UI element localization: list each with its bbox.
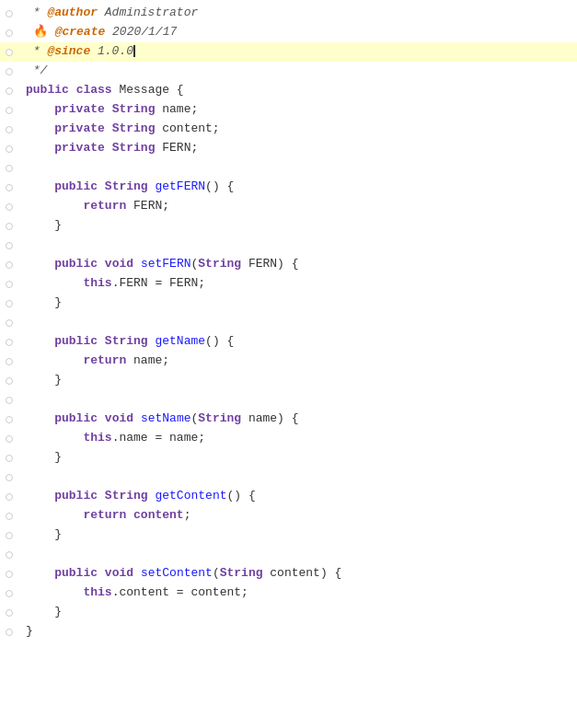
code-line-highlighted: * @since 1.0.0 <box>0 42 577 62</box>
gutter <box>0 474 18 481</box>
line-content <box>18 468 577 487</box>
code-line <box>0 313 577 332</box>
gutter <box>0 590 18 597</box>
gutter <box>0 319 18 327</box>
code-line: private String name; <box>0 100 577 120</box>
line-content: } <box>18 371 577 390</box>
gutter <box>0 532 18 539</box>
gutter <box>0 184 18 191</box>
line-content: public class Message { <box>18 81 577 100</box>
code-line <box>0 236 577 255</box>
line-content: * @author Administrator <box>18 4 577 23</box>
code-line <box>0 468 577 487</box>
code-line: */ <box>0 62 577 81</box>
code-line: } <box>0 603 577 622</box>
line-content: 🔥 @create 2020/1/17 <box>18 23 577 42</box>
code-line: public void setFERN(String FERN) { <box>0 255 577 274</box>
line-content: public String getContent() { <box>18 487 577 506</box>
line-content: return FERN; <box>18 197 577 216</box>
gutter <box>0 629 18 636</box>
code-line: return FERN; <box>0 197 577 216</box>
line-content: private String name; <box>18 100 577 120</box>
code-line: public void setContent(String content) { <box>0 564 577 584</box>
code-line: } <box>0 622 577 641</box>
gutter <box>0 29 18 37</box>
code-line <box>0 390 577 410</box>
gutter <box>0 571 18 578</box>
code-line: public void setName(String name) { <box>0 410 577 429</box>
code-line: 🔥 @create 2020/1/17 <box>0 23 577 42</box>
gutter <box>0 165 18 172</box>
line-content: private String content; <box>18 120 577 139</box>
gutter <box>0 377 18 385</box>
line-content: } <box>18 448 577 468</box>
code-line: public String getName() { <box>0 332 577 352</box>
gutter <box>0 68 18 75</box>
line-content: } <box>18 603 577 622</box>
gutter <box>0 145 18 153</box>
gutter <box>0 493 18 501</box>
line-content: } <box>18 526 577 545</box>
gutter <box>0 339 18 346</box>
line-content: public String getFERN() { <box>18 178 577 197</box>
line-content: public void setName(String name) { <box>18 410 577 429</box>
gutter <box>0 87 18 95</box>
gutter <box>0 358 18 365</box>
line-content: } <box>18 216 577 236</box>
gutter <box>0 609 18 617</box>
gutter <box>0 10 18 17</box>
gutter <box>0 551 18 559</box>
line-content: public String getName() { <box>18 332 577 352</box>
code-line: } <box>0 216 577 236</box>
code-line: private String FERN; <box>0 139 577 158</box>
code-line: this.FERN = FERN; <box>0 274 577 294</box>
code-line: public String getFERN() { <box>0 178 577 197</box>
code-line: public String getContent() { <box>0 487 577 506</box>
line-content: public void setContent(String content) { <box>18 564 577 584</box>
code-line-this-name: this.name = name; <box>0 429 577 448</box>
line-content: return name; <box>18 352 577 371</box>
code-line: } <box>0 448 577 468</box>
gutter <box>0 435 18 443</box>
line-content: } <box>18 294 577 313</box>
code-line: } <box>0 294 577 313</box>
gutter <box>0 513 18 520</box>
line-content <box>18 158 577 178</box>
gutter <box>0 242 18 249</box>
line-content: return content; <box>18 506 577 526</box>
line-content: this.content = content; <box>18 584 577 603</box>
line-content: public void setFERN(String FERN) { <box>18 255 577 274</box>
line-content: * @since 1.0.0 <box>18 42 577 62</box>
code-line: return content; <box>0 506 577 526</box>
gutter <box>0 107 18 114</box>
code-line: } <box>0 371 577 390</box>
code-line: } <box>0 526 577 545</box>
gutter <box>0 223 18 230</box>
code-line <box>0 158 577 178</box>
line-content: this.FERN = FERN; <box>18 274 577 294</box>
line-content <box>18 236 577 255</box>
code-line <box>0 545 577 564</box>
line-content <box>18 545 577 564</box>
gutter <box>0 455 18 462</box>
gutter <box>0 300 18 307</box>
gutter <box>0 416 18 423</box>
line-content: } <box>18 622 577 641</box>
code-line: return name; <box>0 352 577 371</box>
code-line: * @author Administrator <box>0 4 577 23</box>
gutter <box>0 261 18 269</box>
code-line: public class Message { <box>0 81 577 100</box>
gutter <box>0 281 18 288</box>
code-line: this.content = content; <box>0 584 577 603</box>
gutter <box>0 126 18 133</box>
line-content-this-name: this.name = name; <box>18 429 577 448</box>
code-line: private String content; <box>0 120 577 139</box>
code-editor: * @author Administrator 🔥 @create 2020/1… <box>0 0 577 728</box>
gutter <box>0 49 18 56</box>
gutter <box>0 397 18 404</box>
line-content <box>18 313 577 332</box>
line-content: */ <box>18 62 577 81</box>
line-content: private String FERN; <box>18 139 577 158</box>
gutter <box>0 203 18 211</box>
code-lines: * @author Administrator 🔥 @create 2020/1… <box>0 0 577 641</box>
